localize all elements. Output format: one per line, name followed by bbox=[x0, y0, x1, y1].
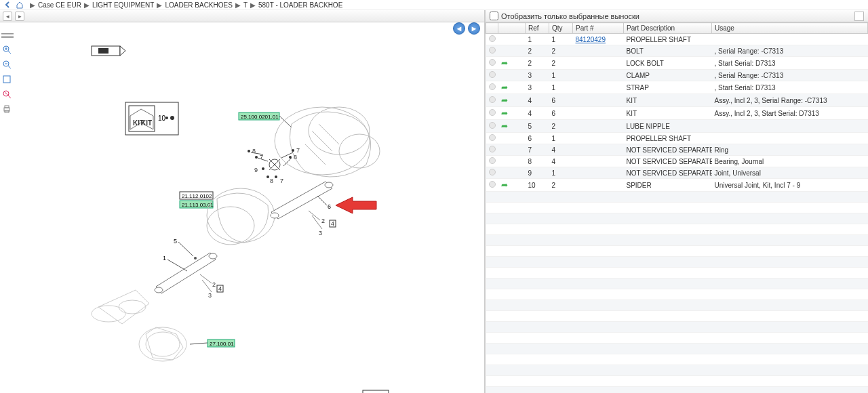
svg-point-56 bbox=[325, 182, 333, 188]
back-icon[interactable] bbox=[3, 0, 12, 9]
breadcrumb-item[interactable]: LOADER BACKHOES bbox=[165, 1, 232, 9]
nav-next-button[interactable]: ► bbox=[468, 22, 480, 35]
table-row-empty bbox=[486, 268, 868, 278]
svg-text:8: 8 bbox=[294, 154, 297, 161]
table-row-empty bbox=[486, 257, 868, 268]
cell-ref: 7 bbox=[526, 144, 549, 156]
home-icon[interactable] bbox=[15, 0, 24, 9]
table-row-empty bbox=[486, 278, 868, 289]
svg-line-74 bbox=[200, 274, 212, 283]
expand-toggle[interactable] bbox=[486, 179, 498, 192]
cell-usage: Assy., Incl 2, 3, Start Serial: D7313 bbox=[712, 107, 868, 120]
svg-point-27 bbox=[309, 107, 370, 154]
cell-desc: KIT bbox=[624, 107, 712, 120]
table-row[interactable]: 31CLAMP, Serial Range: -C7313 bbox=[486, 70, 868, 81]
table-row[interactable]: 61PROPELLER SHAFT bbox=[486, 133, 868, 144]
cell-part[interactable]: 84120429 bbox=[573, 34, 624, 45]
table-row[interactable]: 1184120429PROPELLER SHAFT bbox=[486, 34, 868, 45]
share-icon[interactable]: ➦ bbox=[501, 58, 508, 68]
prev-button[interactable]: ◂ bbox=[3, 12, 12, 21]
expand-toggle[interactable] bbox=[486, 57, 498, 70]
svg-point-29 bbox=[248, 150, 250, 152]
kit-box[interactable]: KIT KIT 10 bbox=[125, 102, 178, 135]
table-row[interactable]: ➦52LUBE NIPPLE bbox=[486, 120, 868, 133]
table-row[interactable]: 22BOLT, Serial Range: -C7313 bbox=[486, 45, 868, 57]
diagram-tag-white[interactable]: 21.112.0102 bbox=[180, 192, 213, 199]
share-icon[interactable]: ➦ bbox=[501, 83, 508, 92]
cell-part bbox=[573, 107, 624, 120]
expand-toggle[interactable] bbox=[486, 120, 498, 133]
breadcrumb-item[interactable]: Case CE EUR bbox=[38, 1, 81, 9]
expand-toggle[interactable] bbox=[486, 144, 498, 156]
row-flag bbox=[498, 45, 526, 57]
cell-qty: 2 bbox=[549, 120, 573, 133]
table-row[interactable]: ➦22LOCK BOLT, Start Serial: D7313 bbox=[486, 57, 868, 70]
table-row-empty bbox=[486, 289, 868, 300]
expand-icon[interactable] bbox=[854, 12, 864, 21]
col-part[interactable]: Part # bbox=[573, 23, 624, 34]
breadcrumb-item[interactable]: T bbox=[243, 1, 248, 9]
expand-toggle[interactable] bbox=[486, 156, 498, 167]
chevron-right-icon: ▶ bbox=[235, 1, 241, 9]
col-desc[interactable]: Part Description bbox=[624, 23, 712, 34]
share-icon[interactable]: ➦ bbox=[501, 121, 508, 131]
col-usage[interactable]: Usage bbox=[712, 23, 868, 34]
expand-toggle[interactable] bbox=[486, 45, 498, 57]
part-link[interactable]: 84120429 bbox=[576, 36, 606, 43]
cell-part bbox=[573, 70, 624, 81]
breadcrumb-item[interactable]: LIGHT EQUIPMENT bbox=[92, 1, 155, 9]
breadcrumb-item[interactable]: 580T - LOADER BACKHOE bbox=[258, 1, 342, 9]
row-flag: ➦ bbox=[498, 120, 526, 133]
col-ref[interactable]: Ref bbox=[526, 23, 549, 34]
cell-ref: 5 bbox=[526, 120, 549, 133]
svg-marker-15 bbox=[120, 46, 125, 56]
table-row[interactable]: 74NOT SERVICED SEPARATELYRing bbox=[486, 144, 868, 156]
svg-point-28 bbox=[339, 134, 380, 168]
cell-ref: 10 bbox=[526, 179, 549, 192]
cell-usage bbox=[712, 34, 868, 45]
table-row[interactable]: ➦46KITAssy., Incl 2, 3, Start Serial: D7… bbox=[486, 107, 868, 120]
diagram-tag-top[interactable]: 25.100.0201.01 bbox=[239, 112, 292, 127]
col-qty[interactable]: Qty bbox=[549, 23, 573, 34]
share-icon[interactable]: ➦ bbox=[501, 96, 508, 105]
table-row[interactable]: ➦31STRAP, Start Serial: D7313 bbox=[486, 81, 868, 94]
cell-part bbox=[573, 57, 624, 70]
expand-toggle[interactable] bbox=[486, 81, 498, 94]
table-row[interactable]: ➦102SPIDERUniversal Joint, Kit, Incl 7 -… bbox=[486, 179, 868, 192]
expand-toggle[interactable] bbox=[486, 133, 498, 144]
expand-toggle[interactable] bbox=[486, 94, 498, 107]
svg-text:8: 8 bbox=[270, 178, 273, 184]
expand-toggle[interactable] bbox=[486, 34, 498, 45]
nav-prev-button[interactable]: ◄ bbox=[453, 22, 465, 35]
svg-point-68 bbox=[155, 287, 163, 293]
diagram-overview-icon[interactable] bbox=[363, 390, 389, 393]
breadcrumb: ▶ Case CE EUR ▶ LIGHT EQUIPMENT ▶ LOADER… bbox=[0, 0, 868, 10]
svg-point-81 bbox=[119, 300, 146, 314]
cell-qty: 1 bbox=[549, 81, 573, 94]
table-row[interactable]: ➦46KITAssy., Incl 2, 3, Serial Range: -C… bbox=[486, 94, 868, 107]
expand-toggle[interactable] bbox=[486, 167, 498, 179]
cell-ref: 3 bbox=[526, 81, 549, 94]
show-selected-checkbox[interactable] bbox=[490, 12, 498, 20]
next-button[interactable]: ▸ bbox=[15, 12, 24, 21]
share-icon[interactable]: ➦ bbox=[501, 180, 508, 190]
highlight-arrow-icon bbox=[336, 197, 376, 213]
table-row[interactable]: 91NOT SERVICED SEPARATELYJoint, Universa… bbox=[486, 167, 868, 179]
row-flag: ➦ bbox=[498, 107, 526, 120]
table-row-empty bbox=[486, 224, 868, 235]
svg-text:2: 2 bbox=[212, 281, 216, 288]
cell-qty: 6 bbox=[549, 107, 573, 120]
cell-usage: Assy., Incl 2, 3, Serial Range: -C7313 bbox=[712, 94, 868, 107]
parts-table: Ref Qty Part # Part Description Usage 11… bbox=[486, 22, 868, 393]
svg-point-57 bbox=[271, 213, 279, 218]
cell-qty: 2 bbox=[549, 57, 573, 70]
share-icon[interactable]: ➦ bbox=[501, 108, 508, 118]
expand-toggle[interactable] bbox=[486, 70, 498, 81]
parts-diagram[interactable]: KIT KIT 10 25.100.0201.01 bbox=[0, 22, 484, 393]
expand-toggle[interactable] bbox=[486, 107, 498, 120]
cell-part bbox=[573, 144, 624, 156]
diagram-tag-bottom[interactable]: 27.100.01 bbox=[190, 339, 235, 347]
svg-text:3: 3 bbox=[319, 230, 322, 236]
table-row[interactable]: 84NOT SERVICED SEPARATELYBearing, Journa… bbox=[486, 156, 868, 167]
row-flag: ➦ bbox=[498, 94, 526, 107]
